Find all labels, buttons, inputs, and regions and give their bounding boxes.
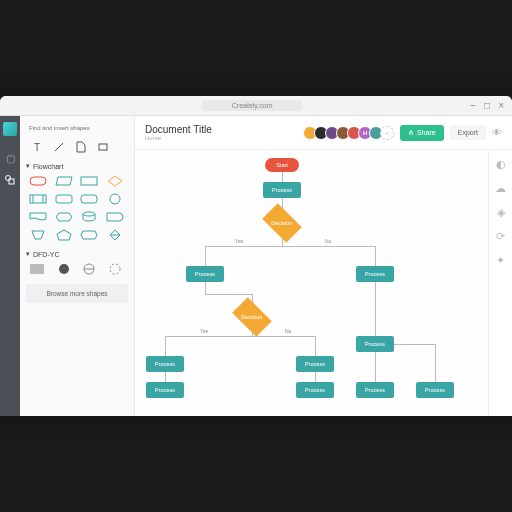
shape-dfd-dashed[interactable] <box>105 262 125 276</box>
svg-rect-6 <box>30 195 46 203</box>
edge <box>315 336 316 356</box>
edge <box>205 282 206 294</box>
close-icon[interactable]: × <box>498 100 504 111</box>
edge <box>252 336 315 337</box>
palette-icon[interactable]: ◐ <box>495 158 507 170</box>
shape-document[interactable] <box>28 210 48 224</box>
start-node[interactable]: Start <box>265 158 299 172</box>
comments-icon[interactable]: ☁ <box>495 182 507 194</box>
main-area: ▢ T ▾ Flowchart <box>0 116 512 416</box>
svg-point-14 <box>59 264 69 274</box>
dfd-section-header[interactable]: ▾ DFD-YC <box>26 250 128 258</box>
edge <box>165 336 252 337</box>
svg-rect-5 <box>81 177 97 185</box>
layers-icon[interactable]: ◈ <box>495 206 507 218</box>
edge <box>282 172 283 182</box>
doc-header: Document Title Home H + ⋔Share Export 👁 <box>135 116 512 150</box>
no-label: No <box>285 328 291 334</box>
export-button[interactable]: Export <box>450 125 486 140</box>
process-node[interactable]: Process <box>356 336 394 352</box>
share-button[interactable]: ⋔Share <box>400 125 444 141</box>
shape-dfd-rect[interactable] <box>28 262 48 276</box>
history-icon[interactable]: ⟳ <box>495 230 507 242</box>
shape-trapezoid[interactable] <box>28 228 48 242</box>
edge <box>205 294 252 295</box>
text-tool[interactable]: T <box>30 140 44 154</box>
minimize-icon[interactable]: − <box>470 100 476 111</box>
shape-predefined[interactable] <box>28 192 48 206</box>
preview-icon[interactable]: 👁 <box>492 127 502 138</box>
shape-delay[interactable] <box>105 210 125 224</box>
svg-point-12 <box>83 212 95 216</box>
shape-terminator[interactable] <box>28 174 48 188</box>
process-node[interactable]: Process <box>356 382 394 398</box>
shape-cylinder[interactable] <box>79 210 99 224</box>
maximize-icon[interactable]: □ <box>484 100 490 111</box>
add-collaborator-button[interactable]: + <box>380 126 394 140</box>
process-node[interactable]: Process <box>416 382 454 398</box>
chevron-down-icon: ▾ <box>26 250 30 258</box>
breadcrumb[interactable]: Home <box>145 135 212 141</box>
app-logo[interactable] <box>3 122 17 136</box>
process-node[interactable]: Process <box>146 382 184 398</box>
edge <box>394 344 435 345</box>
shape-dfd-circle-fill[interactable] <box>54 262 74 276</box>
edge <box>375 246 376 266</box>
decision-node[interactable]: Decision <box>262 203 302 243</box>
browse-shapes-button[interactable]: Browse more shapes <box>26 284 128 303</box>
shapes-panel-icon[interactable] <box>4 174 16 186</box>
svg-rect-9 <box>56 195 72 203</box>
canvas[interactable]: Yes No Yes No Start Process Decision Pro… <box>135 150 488 416</box>
shapes-sidebar: T ▾ Flowchart <box>20 116 135 416</box>
svg-rect-3 <box>99 144 107 150</box>
svg-rect-13 <box>30 264 44 274</box>
svg-point-0 <box>6 176 11 181</box>
titlebar: Creately.com − □ × <box>0 96 512 116</box>
more-icon[interactable]: ✦ <box>495 254 507 266</box>
edge <box>165 372 166 382</box>
svg-line-2 <box>55 143 63 151</box>
process-node[interactable]: Process <box>186 266 224 282</box>
shape-dfd-circle[interactable] <box>79 262 99 276</box>
process-node[interactable]: Process <box>263 182 301 198</box>
image-icon[interactable]: ▢ <box>4 152 16 164</box>
flowchart-label: Flowchart <box>33 163 63 170</box>
dfd-label: DFD-YC <box>33 251 59 258</box>
process-node[interactable]: Process <box>146 356 184 372</box>
url-bar[interactable]: Creately.com <box>202 100 303 111</box>
shape-search-input[interactable] <box>26 122 128 134</box>
process-node[interactable]: Process <box>296 356 334 372</box>
no-label: No <box>325 238 331 244</box>
content-area: Document Title Home H + ⋔Share Export 👁 <box>135 116 512 416</box>
shape-rect[interactable] <box>79 174 99 188</box>
edge <box>282 246 375 247</box>
shape-rounded[interactable] <box>54 192 74 206</box>
svg-point-17 <box>110 264 120 274</box>
shape-circle[interactable] <box>105 192 125 206</box>
flowchart-section-header[interactable]: ▾ Flowchart <box>26 162 128 170</box>
line-tool[interactable] <box>52 140 66 154</box>
edge <box>205 246 282 247</box>
page-tool[interactable] <box>74 140 88 154</box>
document-title[interactable]: Document Title <box>145 124 212 135</box>
shape-hexagon[interactable] <box>54 210 74 224</box>
shape-display[interactable] <box>79 228 99 242</box>
shape-sort[interactable] <box>105 228 125 242</box>
edge <box>435 344 436 382</box>
shape-parallelogram[interactable] <box>54 174 74 188</box>
edge <box>375 282 376 336</box>
dfd-shapes <box>26 262 128 276</box>
edge <box>315 372 316 382</box>
decision-node[interactable]: Decision <box>232 297 272 337</box>
collaborator-avatars: H + <box>306 126 394 140</box>
shape-pentagon[interactable] <box>54 228 74 242</box>
process-node[interactable]: Process <box>296 382 334 398</box>
process-node[interactable]: Process <box>356 266 394 282</box>
shape-diamond[interactable] <box>105 174 125 188</box>
right-rail: ◐ ☁ ◈ ⟳ ✦ <box>488 150 512 416</box>
svg-rect-10 <box>81 195 97 203</box>
edge <box>165 336 166 356</box>
chevron-down-icon: ▾ <box>26 162 30 170</box>
rect-tool[interactable] <box>96 140 110 154</box>
shape-rounded2[interactable] <box>79 192 99 206</box>
